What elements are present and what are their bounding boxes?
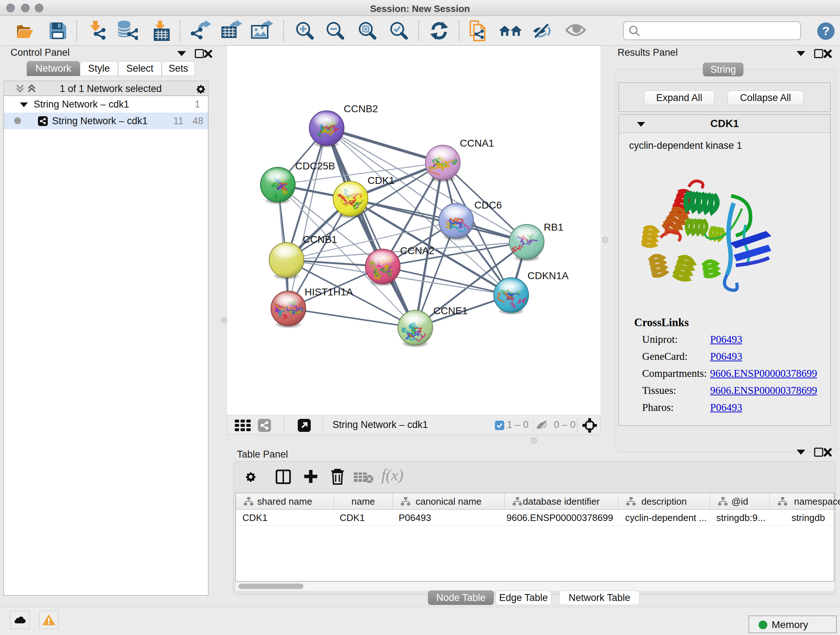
svg-text:CCNE1: CCNE1 [433, 305, 468, 317]
svg-text:RB1: RB1 [544, 222, 563, 233]
svg-text:?: ? [822, 24, 830, 38]
svg-text:CCNB2: CCNB2 [344, 103, 378, 114]
svg-text:CDC6: CDC6 [474, 200, 502, 211]
svg-text:CDK1: CDK1 [368, 175, 395, 186]
svg-text:CCNA1: CCNA1 [460, 138, 494, 149]
svg-text:CDKN1A: CDKN1A [527, 270, 569, 281]
svg-text:CCNB1: CCNB1 [303, 234, 337, 245]
svg-text:CCNA2: CCNA2 [400, 245, 434, 256]
svg-text:CDC25B: CDC25B [295, 160, 335, 172]
svg-text:HIST1H1A: HIST1H1A [305, 287, 353, 298]
